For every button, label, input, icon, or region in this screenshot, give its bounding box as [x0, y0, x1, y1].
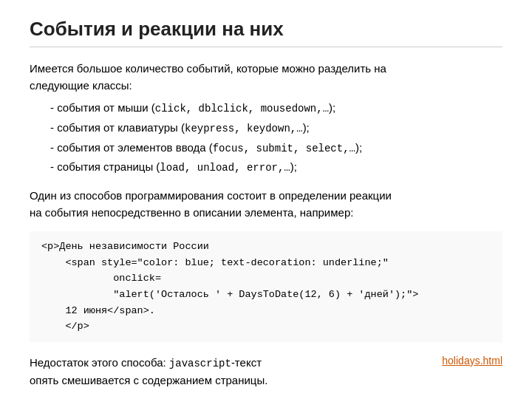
drawback-line2: опять смешивается с содержанием страницы…	[30, 374, 267, 386]
drawback-suffix: -текст	[231, 356, 262, 369]
drawback-code: javascript	[169, 358, 231, 369]
list-item: - события от мыши (click, dblclick, mous…	[50, 98, 502, 118]
page-title: События и реакции на них	[30, 18, 502, 47]
section-description: Один из способов программирования состои…	[30, 188, 502, 221]
desc-line1: Один из способов программирования состои…	[30, 189, 392, 202]
list-item: - события страницы (load, unload, error,…	[50, 157, 502, 177]
bottom-section: Недостаток этого способа: javascript-тек…	[30, 354, 502, 389]
list-item: - события от элементов ввода (focus, sub…	[50, 138, 502, 158]
intro-line2: следующие классы:	[30, 79, 132, 92]
intro-line1: Имеется большое количество событий, кото…	[30, 62, 386, 75]
desc-line2: на события непосредственно в описании эл…	[30, 206, 353, 219]
event-list: - события от мыши (click, dblclick, mous…	[50, 98, 502, 177]
drawback-prefix: Недостаток этого способа:	[30, 356, 169, 369]
link-area: holidays.html	[442, 354, 502, 366]
list-item: - события от клавиатуры (keypress, keydo…	[50, 118, 502, 138]
drawback-paragraph: Недостаток этого способа: javascript-тек…	[30, 354, 427, 389]
intro-paragraph: Имеется большое количество событий, кото…	[30, 61, 502, 94]
code-example: <p>День независимости России <span style…	[30, 231, 502, 342]
holidays-link[interactable]: holidays.html	[442, 355, 502, 366]
